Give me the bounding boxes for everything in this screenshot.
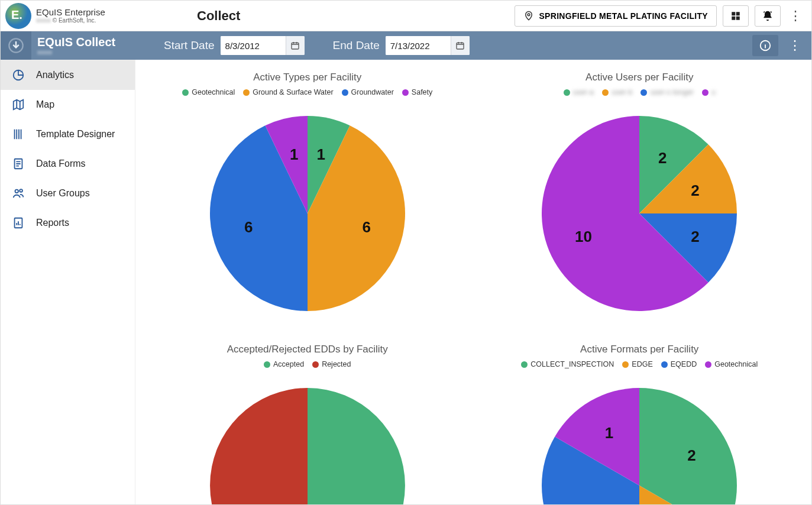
- chart-title: Active Types per Facility: [153, 72, 462, 83]
- pie-chart[interactable]: 2121: [533, 379, 746, 504]
- legend-swatch-icon: [705, 361, 711, 368]
- legend-label: Geotechnical: [192, 88, 235, 96]
- legend-item[interactable]: EQEDD: [661, 360, 697, 368]
- svg-rect-4: [736, 16, 740, 20]
- sidebar-item-analytics[interactable]: Analytics: [1, 60, 135, 90]
- legend-item[interactable]: u: [702, 88, 716, 96]
- svg-point-11: [15, 190, 19, 193]
- sidebar-item-data-forms[interactable]: Data Forms: [1, 149, 135, 179]
- secondary-header: EQuIS Collect xxxxx Start Date End Date …: [1, 31, 811, 60]
- main-content: Active Types per Facility GeotechnicalGr…: [135, 60, 811, 504]
- end-date-field: [386, 36, 470, 55]
- bell-icon: [762, 10, 774, 22]
- chart-active-formats: Active Formats per Facility COLLECT_INSP…: [486, 344, 794, 504]
- pie-value-label: 1: [290, 145, 298, 163]
- end-date-input[interactable]: [386, 36, 451, 55]
- legend-item[interactable]: user-a: [564, 88, 594, 96]
- sidebar-item-label: Template Designer: [36, 129, 115, 140]
- sidebar-item-label: Data Forms: [36, 158, 86, 169]
- legend-item[interactable]: Ground & Surface Water: [243, 88, 333, 96]
- info-button[interactable]: [752, 35, 778, 56]
- end-date-picker-button[interactable]: [451, 36, 470, 55]
- legend-swatch-icon: [342, 89, 348, 96]
- legend-item[interactable]: EDGE: [622, 360, 652, 368]
- legend-label: Groundwater: [351, 88, 394, 96]
- pie-value-label: 1: [316, 145, 325, 163]
- chart-legend: GeotechnicalGround & Surface WaterGround…: [153, 88, 462, 96]
- legend-item[interactable]: COLLECT_INSPECTION: [521, 360, 614, 368]
- legend-item[interactable]: Accepted: [264, 360, 304, 368]
- sidebar-item-map[interactable]: Map: [1, 90, 135, 119]
- sidebar-item-user-groups[interactable]: User Groups: [1, 179, 135, 208]
- notifications-button[interactable]: [755, 5, 781, 27]
- pie-chart[interactable]: 1661: [201, 107, 414, 320]
- legend-label: EQEDD: [671, 360, 697, 368]
- chart-active-types: Active Types per Facility GeotechnicalGr…: [153, 72, 462, 320]
- legend-label: Rejected: [322, 360, 351, 368]
- end-date-label: End Date: [333, 39, 380, 52]
- legend-label: user-a: [573, 88, 594, 96]
- svg-rect-1: [732, 12, 735, 15]
- sidebar-item-reports[interactable]: Reports: [1, 208, 135, 238]
- chart-title: Accepted/Rejected EDDs by Facility: [153, 344, 462, 355]
- svg-rect-6: [292, 43, 299, 49]
- pie-chart[interactable]: 22210: [533, 107, 746, 320]
- sidebar-item-label: Analytics: [36, 70, 74, 80]
- download-arrow-icon: [8, 37, 24, 54]
- legend-label: EDGE: [632, 360, 652, 368]
- svg-rect-3: [732, 16, 735, 20]
- legend-label: Geotechnical: [714, 360, 758, 368]
- more-menu[interactable]: ⋮: [784, 8, 807, 24]
- module-title: EQuIS Collect: [37, 35, 135, 49]
- info-icon: [759, 39, 772, 52]
- legend-item[interactable]: Rejected: [312, 360, 351, 368]
- legend-label: Safety: [412, 88, 432, 96]
- sidebar-item-label: Reports: [36, 218, 69, 228]
- legend-swatch-icon: [264, 361, 270, 368]
- legend-swatch-icon: [564, 89, 570, 96]
- legend-label: Ground & Surface Water: [253, 88, 333, 96]
- pie-chart[interactable]: [201, 379, 414, 504]
- svg-rect-7: [457, 43, 464, 49]
- users-icon: [11, 187, 25, 200]
- legend-swatch-icon: [661, 361, 668, 368]
- legend-label: COLLECT_INSPECTION: [530, 360, 614, 368]
- collect-logo: [1, 31, 31, 60]
- legend-item[interactable]: user-b: [602, 88, 632, 96]
- legend-swatch-icon: [622, 361, 629, 368]
- apps-button[interactable]: [723, 5, 749, 27]
- legend-swatch-icon: [402, 89, 409, 96]
- map-icon: [11, 98, 25, 111]
- pie-chart-icon: [11, 69, 25, 82]
- facility-selector[interactable]: SPRINGFIELD METAL PLATING FACILITY: [515, 5, 717, 27]
- brand-subtitle: xxxxx © EarthSoft, Inc.: [36, 17, 105, 24]
- pie-value-label: 2: [688, 446, 696, 464]
- pie-slice[interactable]: [210, 388, 308, 504]
- pie-slice[interactable]: [308, 388, 405, 504]
- calendar-icon: [290, 41, 300, 50]
- legend-item[interactable]: Safety: [402, 88, 432, 96]
- legend-label: user-b: [612, 88, 632, 96]
- chart-legend: user-auser-buser-c-longeru: [486, 88, 794, 96]
- pie-value-label: 2: [691, 182, 700, 199]
- legend-item[interactable]: Geotechnical: [182, 88, 235, 96]
- legend-item[interactable]: user-c-longer: [640, 88, 694, 96]
- form-icon: [11, 157, 25, 170]
- legend-swatch-icon: [702, 89, 709, 96]
- brand-block: EQuIS Enterprise xxxxx © EarthSoft, Inc.: [3, 1, 138, 31]
- legend-label: u: [711, 88, 716, 96]
- bluebar-more-menu[interactable]: ⋮: [782, 35, 808, 56]
- report-icon: [11, 216, 25, 229]
- legend-swatch-icon: [312, 361, 319, 368]
- start-date-picker-button[interactable]: [286, 36, 305, 55]
- pie-value-label: 6: [244, 218, 253, 236]
- pie-value-label: 1: [605, 424, 613, 442]
- sidebar-item-template-designer[interactable]: Template Designer: [1, 119, 135, 149]
- brand-logo-icon: [5, 3, 31, 29]
- pie-value-label: 6: [362, 218, 370, 236]
- chart-title: Active Users per Facility: [486, 72, 794, 83]
- legend-item[interactable]: Groundwater: [342, 88, 394, 96]
- pie-value-label: 2: [658, 148, 667, 166]
- start-date-input[interactable]: [221, 36, 286, 55]
- legend-item[interactable]: Geotechnical: [705, 360, 758, 368]
